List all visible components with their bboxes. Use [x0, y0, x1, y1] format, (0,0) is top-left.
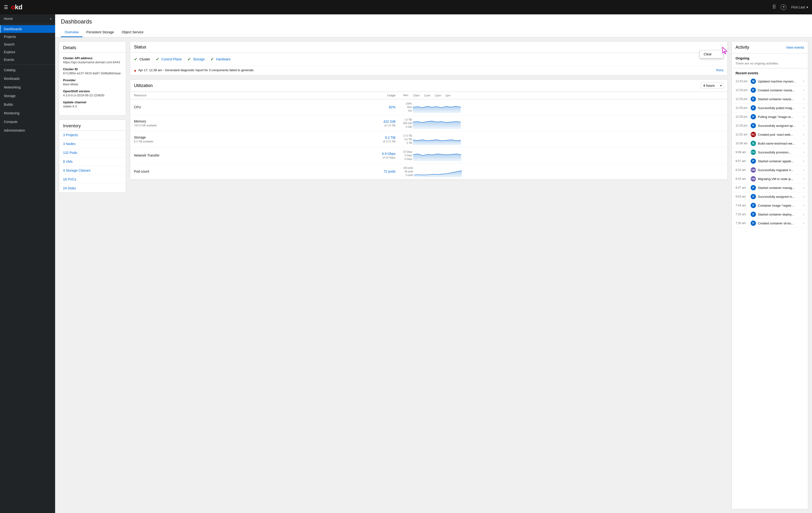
event-time: 12:29 pm [735, 106, 749, 110]
event-item[interactable]: 12:43 pmMUpdated machine mynam...› [732, 77, 808, 86]
activity-header: Activity View events [732, 41, 808, 53]
events-list: 12:43 pmMUpdated machine mynam...›12:29 … [732, 77, 808, 228]
event-item[interactable]: 7:32 amPStarted container deploy...› [732, 210, 808, 219]
sidebar-item-monitoring[interactable]: Monitoring [0, 109, 55, 117]
event-item[interactable]: 10:38 amBBuild name-test/react-we...› [732, 139, 808, 148]
event-badge: VM [751, 176, 756, 181]
util-network-chart: 10 Gbps5 Gbps0 Gbps [399, 147, 727, 164]
event-chevron-icon: › [803, 80, 804, 83]
recent-events-section: Recent events 12:43 pmMUpdated machine m… [732, 68, 808, 231]
inventory-pods-link[interactable]: 132 Pods [63, 151, 77, 154]
sidebar-item-search[interactable]: Search [0, 40, 55, 48]
status-control-plane-link[interactable]: Control Plane [161, 57, 182, 61]
sidebar-item-catalog[interactable]: Catalog [0, 66, 55, 74]
event-chevron-icon: › [803, 97, 804, 101]
event-item[interactable]: 7:43 amPContainer image "registr...› [732, 201, 808, 210]
status-retry-link[interactable]: Retry [716, 68, 724, 72]
event-item[interactable]: 12:29 pmPSuccessfully pulled imag...› [732, 104, 808, 112]
ongoing-label: Ongoing [735, 56, 804, 60]
detail-cluster-api-label: Cluster API address [63, 56, 122, 60]
detail-provider-label: Provider [63, 78, 122, 82]
utilization-time-select[interactable]: 1 hour 6 hours 12 hours 24 hours [701, 82, 724, 89]
status-actions-popup: Clear [700, 50, 724, 58]
inventory-projects-link[interactable]: 3 Projects [63, 133, 78, 137]
event-item[interactable]: 9:08 amPVCSuccessfully provision...› [732, 148, 808, 157]
event-item[interactable]: 11:02 amRCCreated pod: react-web...› [732, 130, 808, 139]
svg-marker-2 [413, 140, 461, 145]
sidebar-item-storage[interactable]: Storage [0, 92, 55, 100]
inventory-vms-link[interactable]: 8 VMs [63, 160, 72, 164]
details-card: Details Cluster API address https://api.… [59, 41, 126, 116]
inventory-pods: 132 Pods [59, 148, 126, 157]
util-storage-chart: 17.5 TiB8.2 TiB0 TiB [399, 131, 727, 147]
user-menu[interactable]: First Last ▾ [791, 5, 808, 9]
event-item[interactable]: 7:30 amPCreated container sti-bu...› [732, 219, 808, 228]
event-item[interactable]: 12:29 pmPPulling image "image-re...› [732, 112, 808, 121]
status-hardware-link[interactable]: Hardware [216, 57, 231, 61]
status-more-icon[interactable]: ⋮ [719, 45, 724, 49]
no-ongoing-text: There are no ongoing activities. [735, 62, 804, 65]
sidebar-item-networking[interactable]: Networking [0, 83, 55, 92]
sidebar-item-compute[interactable]: Compute [0, 117, 55, 126]
tab-persistent-storage[interactable]: Persistent Storage [82, 28, 118, 37]
sidebar-item-projects[interactable]: Projects [0, 33, 55, 40]
user-caret-icon: ▾ [807, 5, 808, 9]
event-item[interactable]: 8:32 amVMSuccessfully migrated V...› [732, 166, 808, 174]
tab-object-service[interactable]: Object Service [118, 28, 147, 37]
event-badge: RC [751, 132, 756, 137]
event-badge: M [751, 79, 756, 84]
status-storage-link[interactable]: Storage [193, 57, 205, 61]
utilization-header: Utilization 1 hour 6 hours 12 hours 24 h… [130, 80, 727, 92]
status-card-header: Status ⋮ Clear [130, 41, 727, 53]
recent-events-label: Recent events [732, 71, 808, 75]
sidebar-events-label: Events [4, 58, 14, 62]
event-item[interactable]: 8:32 amVMMigrating VM to node ip...› [732, 174, 808, 183]
grid-icon[interactable]: ⠿ [772, 4, 776, 10]
view-events-link[interactable]: View events [786, 46, 804, 49]
event-time: 8:32 am [735, 168, 749, 172]
hamburger-icon[interactable]: ☰ [4, 4, 8, 10]
status-control-plane: ✔ Control Plane [156, 57, 182, 62]
sidebar-item-dashboards[interactable]: Dashboards [0, 25, 55, 33]
detail-provider-value: Bare Metal [63, 82, 122, 86]
util-storage-label: Storage8.3 TiB available [130, 131, 294, 147]
event-time: 7:43 am [735, 204, 749, 207]
status-alert-text: Apr 17, 11:38 am - Generated diagnostic … [138, 68, 714, 72]
event-chevron-icon: › [803, 150, 804, 154]
util-cpu-label: CPU [130, 99, 294, 115]
sidebar-item-events[interactable]: Events [0, 56, 55, 63]
event-badge: P [751, 123, 756, 128]
inventory-nodes-link[interactable]: 3 Nodes [63, 142, 76, 146]
inventory-storage-classes-link[interactable]: 4 Storage Classes [63, 169, 90, 172]
sidebar-item-explore[interactable]: Explore [0, 48, 55, 56]
sidebar-divider-2 [0, 64, 55, 65]
detail-provider: Provider Bare Metal [63, 78, 122, 86]
event-text: Container image "registr... [758, 204, 801, 207]
event-item[interactable]: 8:03 amPSuccessfully assigned m...› [732, 192, 808, 201]
event-item[interactable]: 8:57 amPStarted container appde...› [732, 157, 808, 166]
sidebar-explore-label: Explore [4, 50, 15, 54]
sidebar-item-workloads[interactable]: Workloads [0, 74, 55, 83]
sidebar-item-home[interactable]: Home ▾ [0, 15, 55, 23]
sidebar-item-administration[interactable]: Administration [0, 126, 55, 135]
inventory-storage-classes: 4 Storage Classes [59, 166, 126, 175]
event-item[interactable]: 12:29 pmPCreated container reacta...› [732, 86, 808, 95]
sidebar-item-builds[interactable]: Builds [0, 100, 55, 109]
event-chevron-icon: › [803, 212, 804, 216]
util-memory-chart: 1.0 TiB500 GiB0 GiB [399, 115, 727, 131]
util-cpu-usage: 82% [294, 99, 399, 115]
inventory-pvcs-link[interactable]: 16 PVCs [63, 177, 76, 181]
event-time: 7:32 am [735, 212, 749, 216]
inventory-disks-link[interactable]: 24 Disks [63, 186, 76, 190]
event-time: 12:29 pm [735, 97, 749, 101]
sidebar-networking-label: Networking [4, 85, 21, 89]
event-item[interactable]: 12:29 pmPSuccessfully assigned ap...› [732, 121, 808, 130]
sidebar-workloads-label: Workloads [4, 77, 20, 81]
event-time: 12:29 pm [735, 115, 749, 118]
help-icon[interactable]: ? [781, 4, 786, 10]
event-item[interactable]: 12:29 pmPStarted container reacta...› [732, 95, 808, 104]
event-item[interactable]: 8:07 amPStarted container manag...› [732, 183, 808, 192]
util-storage-usage: 9.2 TiB of 17.5 TiB [294, 131, 399, 147]
status-clear-button[interactable]: Clear [700, 50, 723, 58]
tab-overview[interactable]: Overview [61, 28, 82, 37]
